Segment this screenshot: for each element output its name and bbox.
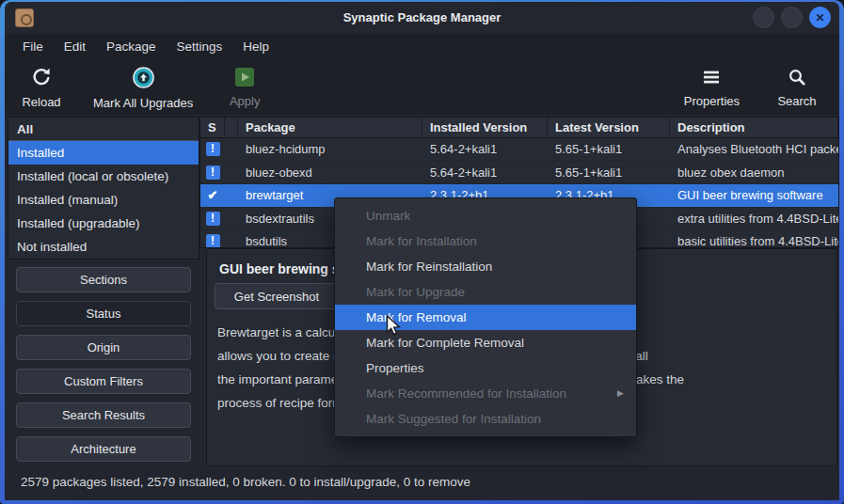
- filter-list-item[interactable]: Installed: [8, 141, 199, 165]
- apply-label: Apply: [230, 94, 261, 108]
- column-header[interactable]: Package: [238, 118, 422, 137]
- search-label: Search: [777, 94, 816, 108]
- close-button[interactable]: ✕: [809, 7, 831, 28]
- sidebar-view-buttons: SectionsStatusOriginCustom FiltersSearch…: [16, 267, 191, 462]
- minimize-button[interactable]: [753, 7, 774, 28]
- search-button[interactable]: Search: [760, 60, 834, 115]
- filter-list-item[interactable]: Installed (upgradable): [8, 212, 199, 235]
- package-description: Analyses Bluetooth HCI packets: [670, 138, 838, 161]
- reload-label: Reload: [22, 95, 60, 109]
- mark-all-upgrades-label: Mark All Upgrades: [93, 96, 193, 110]
- latest-version: 5.65-1+kali1: [548, 138, 670, 161]
- get-screenshot-button[interactable]: Get Screenshot: [215, 283, 339, 309]
- column-header[interactable]: S: [200, 118, 225, 137]
- table-header: SPackageInstalled VersionLatest VersionD…: [200, 118, 838, 138]
- synaptic-window: Synaptic Package Manager ✕ FileEditPacka…: [5, 2, 839, 500]
- installed-version: 5.64-2+kali1: [422, 162, 548, 184]
- window-frame: Synaptic Package Manager ✕ FileEditPacka…: [0, 0, 844, 504]
- titlebar[interactable]: Synaptic Package Manager ✕: [5, 2, 839, 34]
- column-header[interactable]: Latest Version: [548, 118, 670, 137]
- sidebar-view-button[interactable]: Status: [16, 301, 191, 326]
- context-menu-item[interactable]: Properties: [335, 355, 636, 381]
- package-description: extra utilities from 4.4BSD-Lite: [670, 208, 838, 230]
- search-icon: [787, 67, 807, 91]
- package-description: GUI beer brewing software: [670, 184, 838, 207]
- context-menu-item[interactable]: Mark for Complete Removal: [335, 330, 636, 355]
- mark-all-upgrades-icon: [132, 66, 155, 93]
- package-description: basic utilities from 4.4BSD-Lite: [670, 230, 838, 248]
- status-cell: [200, 208, 225, 230]
- reload-button[interactable]: Reload: [5, 60, 78, 115]
- menubar: FileEditPackageSettingsHelp: [5, 34, 839, 60]
- sidebar-view-button[interactable]: Search Results: [16, 402, 191, 428]
- statusbar: 2579 packages listed, 2579 installed, 0 …: [5, 466, 839, 500]
- sidebar-view-button[interactable]: Architecture: [16, 436, 191, 462]
- properties-label: Properties: [684, 94, 740, 108]
- apply-icon: [234, 67, 255, 91]
- spacer-cell: [225, 230, 238, 248]
- status-cell: [200, 184, 225, 207]
- package-description: bluez obex daemon: [670, 162, 838, 184]
- context-menu-item[interactable]: Mark Suggested for Installation: [335, 406, 636, 432]
- filter-list-item[interactable]: Not installed: [8, 235, 199, 259]
- status-cell: [200, 230, 225, 248]
- filter-list-item[interactable]: Installed (local or obsolete): [8, 165, 199, 188]
- status-text: 2579 packages listed, 2579 installed, 0 …: [21, 475, 470, 489]
- spacer-cell: [225, 184, 238, 207]
- menu-item[interactable]: Settings: [167, 34, 233, 60]
- menu-item[interactable]: Edit: [54, 34, 96, 60]
- context-menu-item[interactable]: Mark for Upgrade: [335, 279, 636, 305]
- column-header[interactable]: Description: [670, 118, 838, 137]
- mark-all-upgrades-button[interactable]: Mark All Upgrades: [78, 60, 208, 115]
- status-icon: [206, 234, 220, 248]
- package-name: bluez-hcidump: [238, 138, 422, 161]
- filter-list: AllInstalledInstalled (local or obsolete…: [8, 117, 199, 260]
- context-menu-item[interactable]: Unmark: [335, 203, 636, 228]
- context-menu: UnmarkMark for InstallationMark for Rein…: [334, 197, 637, 437]
- table-row[interactable]: bluez-hcidump 5.64-2+kali1 5.65-1+kali1 …: [200, 138, 838, 162]
- sidebar-view-button[interactable]: Origin: [16, 335, 191, 360]
- context-menu-item[interactable]: Mark Recommended for Installation: [335, 381, 636, 406]
- menu-item[interactable]: File: [12, 34, 54, 60]
- sidebar-view-button[interactable]: Sections: [16, 267, 191, 292]
- filter-list-item[interactable]: All: [8, 118, 199, 141]
- column-header[interactable]: Installed Version: [422, 118, 548, 137]
- spacer-cell: [225, 208, 238, 230]
- installed-version: 5.64-2+kali1: [422, 138, 548, 161]
- latest-version: 5.65-1+kali1: [548, 162, 670, 184]
- filter-list-item[interactable]: Installed (manual): [8, 188, 199, 212]
- toolbar: Reload Mark All Upgrades Apply: [5, 60, 839, 115]
- reload-icon: [30, 66, 53, 92]
- apply-button[interactable]: Apply: [208, 60, 281, 115]
- status-icon: [206, 165, 220, 180]
- status-cell: [200, 162, 225, 184]
- context-menu-item[interactable]: Mark for Reinstallation: [335, 254, 636, 279]
- maximize-button[interactable]: [781, 7, 803, 28]
- table-row[interactable]: bluez-obexd 5.64-2+kali1 5.65-1+kali1 bl…: [200, 162, 838, 185]
- package-name: bluez-obexd: [238, 162, 422, 184]
- status-icon: [206, 142, 220, 156]
- menu-item[interactable]: Package: [96, 34, 167, 60]
- column-header[interactable]: [225, 118, 238, 137]
- sidebar-view-button[interactable]: Custom Filters: [16, 369, 191, 394]
- context-menu-item[interactable]: Mark for Removal: [335, 305, 636, 330]
- status-icon: [208, 184, 218, 207]
- status-icon: [206, 212, 220, 226]
- spacer-cell: [225, 162, 238, 184]
- menu-item[interactable]: Help: [232, 34, 279, 60]
- properties-button[interactable]: Properties: [669, 60, 755, 115]
- spacer-cell: [225, 138, 238, 161]
- properties-icon: [701, 67, 722, 91]
- window-title: Synaptic Package Manager: [5, 10, 839, 24]
- context-menu-item[interactable]: Mark for Installation: [335, 228, 636, 254]
- status-cell: [200, 138, 225, 161]
